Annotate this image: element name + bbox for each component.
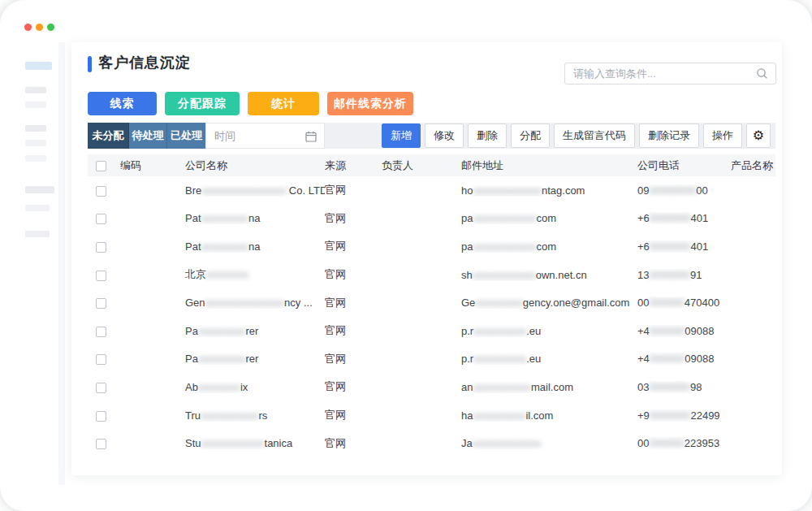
cell-text: gency.one@gmail.com — [523, 297, 629, 309]
tab-pending[interactable]: 待处理 — [129, 123, 167, 149]
table-row[interactable]: Genxxxxxxxxxxxxxxxncy ... 官网 Gexxxxxxxxx… — [88, 288, 775, 317]
cell-text: ncy ... — [284, 297, 313, 309]
cell-email: paxxxxxxxxxxxxcom — [461, 212, 637, 224]
row-checkbox[interactable] — [96, 186, 106, 197]
table-row[interactable]: Paxxxxxxxxxrer 官网 p.rxxxxxxxxxx.eu +4000… — [88, 345, 775, 374]
cell-text: +4 — [637, 325, 650, 337]
row-checkbox[interactable] — [96, 298, 106, 309]
delete-record-button[interactable]: 删除记录 — [639, 123, 699, 148]
cell-text: 09 — [637, 184, 649, 197]
cell-source: 官网 — [325, 211, 382, 226]
cell-phone: 13000000091 — [637, 269, 731, 281]
cell-phone: 00000000223953 — [637, 437, 731, 449]
row-checkbox[interactable] — [96, 439, 106, 449]
redacted-text: xxxxxxxxx — [198, 325, 246, 337]
redacted-text: 0000000 — [649, 381, 690, 393]
redacted-text: xxxxxxxxxx — [473, 409, 525, 422]
cell-text: Co. LTD — [286, 184, 325, 197]
cell-company-name: Patxxxxxxxxxna — [185, 240, 325, 253]
sidebar-skeleton-bar — [25, 205, 50, 211]
cell-text: +4 — [637, 353, 650, 365]
edit-button[interactable]: 修改 — [425, 123, 464, 148]
window-close-button[interactable] — [24, 24, 32, 31]
nav-button-statistics[interactable]: 统计 — [248, 92, 319, 115]
cell-text: il.com — [525, 409, 553, 422]
cell-source: 官网 — [325, 239, 382, 253]
window-maximize-button[interactable] — [47, 24, 54, 31]
generate-message-code-button[interactable]: 生成留言代码 — [554, 123, 635, 148]
nav-button-email-lead-analysis[interactable]: 邮件线索分析 — [327, 92, 413, 115]
cell-text: Tru — [185, 409, 201, 422]
cell-text: rer — [245, 325, 258, 337]
row-checkbox[interactable] — [96, 354, 106, 365]
table-row[interactable]: Patxxxxxxxxxna 官网 paxxxxxxxxxxxxcom +600… — [88, 205, 775, 233]
redacted-text: 000000 — [650, 325, 685, 337]
cell-email: shxxxxxxxxxxxxown.net.cn — [461, 269, 637, 281]
nav-button-assign-track[interactable]: 分配跟踪 — [165, 92, 240, 115]
search-icon[interactable] — [756, 67, 768, 80]
cell-email: haxxxxxxxxxxil.com — [461, 409, 637, 422]
row-checkbox[interactable] — [96, 242, 106, 253]
add-button[interactable]: 新增 — [382, 123, 421, 148]
table-row[interactable]: Brexxxxxxxxxxxxxxxx Co. LTD 官网 hoxxxxxxx… — [88, 176, 775, 205]
cell-email: p.rxxxxxxxxxx.eu — [461, 325, 637, 337]
redacted-text: xxxxxxxxxxxx — [473, 240, 536, 253]
search-input[interactable] — [573, 64, 748, 83]
cell-text: Pa — [185, 325, 198, 337]
redacted-text: 000000 — [650, 353, 685, 365]
time-filter-input[interactable] — [214, 125, 300, 146]
cell-text: 91 — [690, 269, 702, 281]
cell-company-name: Paxxxxxxxxxrer — [185, 353, 325, 365]
redacted-text: xxxxxxxxxxxxxxxx — [201, 184, 286, 197]
cell-text: com — [536, 240, 556, 253]
redacted-text: xxxxxxxxxxxxx — [473, 437, 542, 449]
table-row[interactable]: 北京xxxxxxxx 官网 shxxxxxxxxxxxxown.net.cn 1… — [88, 261, 775, 289]
cell-source: 官网 — [325, 296, 382, 310]
redacted-text: 00000000 — [649, 184, 696, 197]
status-tabs: 未分配 待处理 已处理 — [88, 123, 205, 149]
sidebar-skeleton-bar — [25, 125, 46, 132]
gear-icon[interactable]: ⚙ — [746, 123, 771, 148]
cell-text: own.net.cn — [536, 269, 587, 281]
nav-button-leads[interactable]: 线索 — [88, 92, 157, 115]
header-email: 邮件地址 — [461, 158, 637, 173]
action-button-row: 新增 修改 删除 分配 生成留言代码 删除记录 操作 ⚙ — [382, 123, 771, 148]
delete-button[interactable]: 删除 — [468, 123, 507, 148]
cell-text: 09088 — [685, 353, 714, 365]
table-row[interactable]: Abxxxxxxxxix 官网 anxxxxxxxxxxxmail.com 03… — [88, 373, 775, 401]
row-checkbox[interactable] — [96, 214, 106, 224]
window-minimize-button[interactable] — [36, 24, 43, 31]
redacted-text: xxxxxxxxx — [475, 297, 523, 309]
cell-text: +6 — [637, 240, 650, 253]
cell-text: Gen — [185, 297, 205, 309]
row-checkbox[interactable] — [96, 271, 106, 281]
redacted-text: xxxxxxxxxxxxxxx — [205, 297, 285, 309]
cell-text: 北京 — [185, 268, 206, 280]
tab-processed[interactable]: 已处理 — [167, 123, 205, 149]
operate-button[interactable]: 操作 — [703, 123, 742, 148]
cell-email: anxxxxxxxxxxxmail.com — [461, 381, 637, 393]
cell-company-name: 北京xxxxxxxx — [185, 267, 325, 282]
redacted-text: xxxxxxxxx — [201, 212, 249, 224]
redacted-text: 0000000 — [650, 240, 691, 253]
row-checkbox[interactable] — [96, 383, 106, 393]
tab-unassigned[interactable]: 未分配 — [88, 123, 129, 149]
cell-text: com — [536, 212, 556, 224]
assign-button[interactable]: 分配 — [511, 123, 550, 148]
table-row[interactable]: Patxxxxxxxxxna 官网 paxxxxxxxxxxxxcom +600… — [88, 232, 775, 261]
cell-text: Pat — [185, 212, 201, 224]
cell-text: +9 — [637, 409, 650, 422]
calendar-icon[interactable] — [305, 131, 317, 142]
sidebar-skeleton-bar — [25, 155, 46, 162]
cell-company-name: Patxxxxxxxxxna — [185, 212, 325, 224]
cell-text: 00 — [637, 297, 649, 309]
row-checkbox[interactable] — [96, 327, 106, 337]
table-row[interactable]: Stuxxxxxxxxxxxxtanica 官网 Jaxxxxxxxxxxxxx… — [88, 429, 775, 457]
cell-text: ha — [461, 409, 473, 422]
row-checkbox[interactable] — [96, 411, 106, 422]
table-row[interactable]: Paxxxxxxxxxrer 官网 p.rxxxxxxxxxx.eu +4000… — [88, 317, 775, 345]
customer-table: 编码 公司名称 来源 负责人 邮件地址 公司电话 产品名称 Brexxxxxxx… — [88, 154, 775, 457]
cell-text: na — [248, 212, 260, 224]
table-row[interactable]: Truxxxxxxxxxxxrs 官网 haxxxxxxxxxxil.com +… — [88, 401, 775, 430]
select-all-checkbox[interactable] — [96, 161, 106, 171]
